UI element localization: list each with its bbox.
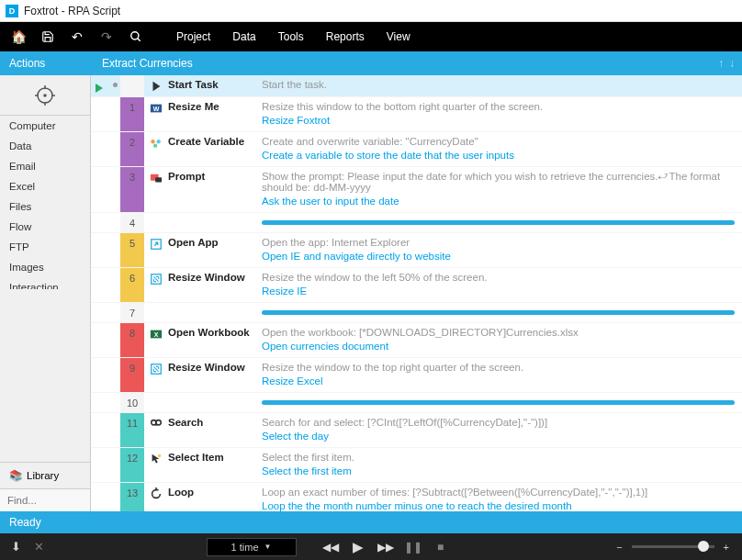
- menu-tools[interactable]: Tools: [267, 22, 315, 51]
- sidebar-item[interactable]: Flow: [0, 217, 90, 237]
- down-icon[interactable]: ↓: [729, 57, 735, 70]
- step-number: 11: [120, 413, 144, 447]
- step-link[interactable]: Ask the user to input the date: [262, 196, 735, 207]
- play-button[interactable]: ▶: [344, 533, 372, 560]
- step-description: Loop an exact number of times: [?Subtrac…: [256, 483, 742, 511]
- step-action: Select Item: [144, 448, 256, 482]
- select-icon: [150, 453, 163, 465]
- undo-icon[interactable]: ↶: [66, 26, 88, 48]
- step-link[interactable]: Resize Foxtrot: [262, 115, 735, 126]
- script-step[interactable]: 10: [91, 393, 742, 413]
- breakpoint-gutter[interactable]: [109, 358, 120, 392]
- step-link[interactable]: Loop the the month number minus one to r…: [262, 500, 735, 511]
- step-number: 3: [120, 167, 144, 212]
- start-icon: [150, 80, 163, 93]
- svg-rect-16: [155, 177, 162, 182]
- step-link[interactable]: Resize Excel: [262, 375, 735, 386]
- download-icon[interactable]: ⬇: [11, 540, 21, 554]
- step-action: Open App: [144, 233, 256, 267]
- search-icon: [150, 418, 163, 431]
- word-icon: W: [150, 102, 163, 115]
- breakpoint-gutter[interactable]: [109, 448, 120, 482]
- step-name: Create Variable: [168, 136, 244, 147]
- speed-slider[interactable]: [632, 545, 714, 548]
- step-link[interactable]: Select the first item: [262, 465, 735, 476]
- script-step[interactable]: 4: [91, 213, 742, 233]
- breakpoint-gutter[interactable]: [109, 323, 120, 357]
- script-step[interactable]: 13LoopLoop an exact number of times: [?S…: [91, 483, 742, 511]
- search-icon[interactable]: [125, 26, 147, 48]
- sidebar-item[interactable]: FTP: [0, 237, 90, 257]
- stop-button[interactable]: ■: [427, 533, 455, 560]
- step-number: 8: [120, 323, 144, 357]
- sidebar-item[interactable]: Computer: [0, 116, 90, 136]
- sidebar-item[interactable]: Excel: [0, 176, 90, 196]
- minus-icon[interactable]: −: [616, 542, 622, 553]
- up-icon[interactable]: ↑: [718, 57, 724, 70]
- plus-icon[interactable]: +: [724, 542, 729, 553]
- breakpoint-gutter[interactable]: [109, 268, 120, 302]
- actions-sidebar: ComputerDataEmailExcelFilesFlowFTPImages…: [0, 75, 91, 511]
- step-link[interactable]: Resize IE: [262, 286, 735, 297]
- close-icon[interactable]: ✕: [34, 540, 44, 554]
- loop-icon: [150, 487, 163, 500]
- run-arrow-icon: [91, 323, 109, 357]
- forward-button[interactable]: ▶▶: [372, 533, 399, 560]
- breakpoint-gutter[interactable]: [109, 483, 120, 511]
- sidebar-item[interactable]: Email: [0, 156, 90, 176]
- script-step[interactable]: Start TaskStart the task.: [91, 75, 742, 97]
- times-selector[interactable]: 1 time▼: [207, 538, 297, 556]
- sidebar-item[interactable]: Interaction: [0, 277, 90, 289]
- step-link[interactable]: Open currencies document: [262, 341, 735, 352]
- target-button[interactable]: [0, 75, 90, 116]
- script-step[interactable]: 3PromptShow the prompt: Please input the…: [91, 167, 742, 213]
- breakpoint-gutter[interactable]: [109, 213, 120, 232]
- script-step[interactable]: 5Open AppOpen the app: Internet Explorer…: [91, 233, 742, 268]
- menu-project[interactable]: Project: [165, 22, 221, 51]
- run-arrow-icon: [91, 448, 109, 482]
- home-icon[interactable]: 🏠: [7, 26, 29, 48]
- sidebar-item[interactable]: Data: [0, 136, 90, 156]
- svg-text:X: X: [154, 331, 159, 338]
- script-step[interactable]: 12Select ItemSelect the first item.Selec…: [91, 448, 742, 483]
- rewind-button[interactable]: ◀◀: [317, 533, 344, 560]
- step-description: Open the app: Internet ExplorerOpen IE a…: [256, 233, 742, 267]
- breakpoint-gutter[interactable]: [109, 132, 120, 166]
- script-step[interactable]: 9Resize WindowResize the window to the t…: [91, 358, 742, 393]
- breakpoint-gutter[interactable]: [109, 233, 120, 267]
- step-number: 4: [120, 213, 144, 232]
- find-input[interactable]: [0, 489, 90, 511]
- menu-data[interactable]: Data: [221, 22, 266, 51]
- script-step[interactable]: 7: [91, 303, 742, 323]
- breakpoint-gutter[interactable]: [109, 167, 120, 212]
- menu-reports[interactable]: Reports: [315, 22, 376, 51]
- step-action: Create Variable: [144, 132, 256, 166]
- svg-point-22: [152, 420, 156, 425]
- sidebar-item[interactable]: Images: [0, 257, 90, 277]
- library-button[interactable]: 📚Library: [0, 462, 90, 488]
- step-description: Show the prompt: Please input the date f…: [256, 167, 742, 212]
- script-step[interactable]: 1WResize MeResize this window to the bot…: [91, 97, 742, 132]
- step-link[interactable]: Open IE and navigate directly to website: [262, 251, 735, 262]
- script-step[interactable]: 2Create VariableCreate and overwrite var…: [91, 132, 742, 167]
- redo-icon[interactable]: ↷: [96, 26, 118, 48]
- script-step[interactable]: 8XOpen WorkbookOpen the workbook: [*DOWN…: [91, 323, 742, 358]
- pause-button[interactable]: ❚❚: [399, 533, 427, 560]
- step-link[interactable]: Create a variable to store the date that…: [262, 150, 735, 161]
- step-description: Select the first item.Select the first i…: [256, 448, 742, 482]
- step-link[interactable]: Select the day: [262, 431, 735, 442]
- menu-view[interactable]: View: [376, 22, 422, 51]
- breakpoint-gutter[interactable]: [109, 413, 120, 447]
- step-number: 9: [120, 358, 144, 392]
- script-step[interactable]: 6Resize WindowResize the window to the l…: [91, 268, 742, 303]
- save-icon[interactable]: [37, 26, 59, 48]
- prompt-icon: [150, 172, 163, 185]
- step-number: 6: [120, 268, 144, 302]
- sidebar-item[interactable]: Files: [0, 196, 90, 217]
- step-name: Select Item: [168, 452, 224, 463]
- script-step[interactable]: 11SearchSearch for and select: [?CInt([?…: [91, 413, 742, 448]
- breakpoint-gutter[interactable]: [109, 393, 120, 412]
- breakpoint-gutter[interactable]: [109, 303, 120, 322]
- breakpoint-gutter[interactable]: [109, 97, 120, 131]
- breakpoint-gutter[interactable]: [109, 75, 120, 96]
